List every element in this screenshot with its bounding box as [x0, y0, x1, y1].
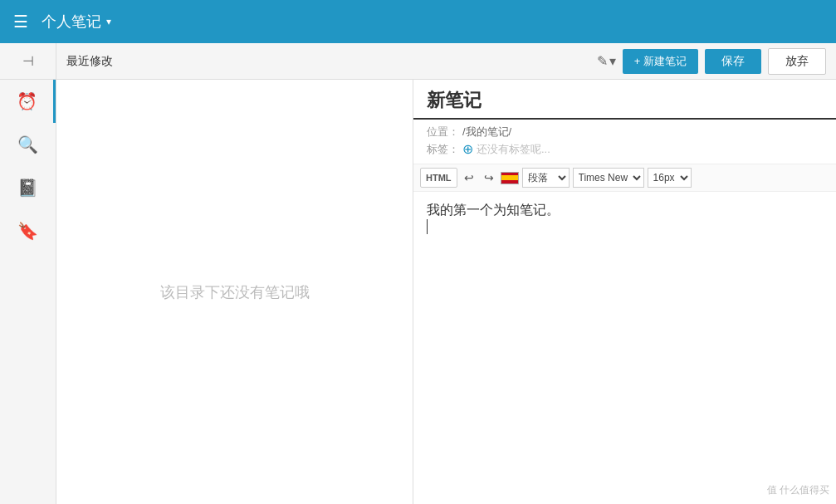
redo-icon: ↪	[484, 171, 494, 184]
font-family-select[interactable]: Times New Arial Courier	[573, 168, 644, 188]
edit-sort-btn[interactable]: ✎ ▾	[597, 53, 616, 69]
add-tag-btn[interactable]: ⊕	[462, 141, 473, 157]
editor-toolbar: HTML ↩ ↪ 段落 标题1 标题2	[413, 164, 836, 192]
note-meta: 位置： /我的笔记/ 标签： ⊕ 还没有标签呢...	[413, 120, 836, 164]
pin-icon: ⊣	[22, 53, 34, 69]
header-title-text: 个人笔记	[42, 12, 101, 32]
clock-icon: ⏰	[17, 91, 37, 111]
empty-notes-message: 该目录下还没有笔记哦	[160, 282, 310, 302]
notes-list-panel: 该目录下还没有笔记哦	[56, 80, 413, 504]
sidebar-item-bookmark[interactable]: 🔖	[0, 209, 56, 252]
search-icon: 🔍	[17, 135, 38, 154]
new-note-button[interactable]: + 新建笔记	[623, 49, 698, 74]
sidebar: ⊣ ⏰ 🔍 📓 🔖	[0, 43, 56, 504]
sidebar-item-notebook[interactable]: 📓	[0, 166, 56, 209]
top-bar-label: 最近修改	[66, 54, 590, 69]
undo-icon: ↩	[464, 171, 474, 184]
bookmark-icon: 🔖	[17, 221, 38, 241]
tag-label: 标签：	[427, 142, 459, 157]
editor-cursor-line	[427, 219, 823, 235]
edit-dropdown-arrow: ▾	[609, 53, 616, 69]
sidebar-item-search[interactable]: 🔍	[0, 123, 56, 166]
main-layout: ⊣ ⏰ 🔍 📓 🔖 最近修改 ✎ ▾ + 新建笔记 保存 放弃	[0, 43, 836, 504]
header-title-arrow[interactable]: ▾	[106, 16, 111, 27]
tag-placeholder: 还没有标签呢...	[477, 142, 550, 157]
note-title-input[interactable]	[427, 90, 823, 111]
content-area: 最近修改 ✎ ▾ + 新建笔记 保存 放弃 该目录下还没有笔记哦	[56, 43, 836, 504]
location-label: 位置：	[427, 125, 459, 139]
editor-content[interactable]: 我的第一个为知笔记。	[413, 192, 836, 504]
notebook-icon: 📓	[17, 178, 38, 198]
location-path: /我的笔记/	[462, 125, 511, 139]
note-editor-panel: 位置： /我的笔记/ 标签： ⊕ 还没有标签呢... HTML ↩	[413, 80, 836, 504]
paragraph-style-select[interactable]: 段落 标题1 标题2 标题3	[522, 168, 570, 188]
redo-btn[interactable]: ↪	[481, 168, 497, 188]
discard-button[interactable]: 放弃	[768, 48, 826, 75]
note-tag-row: 标签： ⊕ 还没有标签呢...	[427, 141, 823, 157]
save-button[interactable]: 保存	[705, 49, 761, 74]
menu-icon[interactable]: ☰	[13, 13, 28, 30]
editor-text-line1: 我的第一个为知笔记。	[427, 202, 823, 219]
top-bar: 最近修改 ✎ ▾ + 新建笔记 保存 放弃	[56, 43, 836, 80]
note-title-bar	[413, 80, 836, 120]
header: ☰ 个人笔记 ▾	[0, 0, 836, 43]
edit-icon: ✎	[597, 53, 608, 69]
sidebar-item-recent[interactable]: ⏰	[0, 80, 56, 123]
text-cursor	[427, 219, 428, 234]
sidebar-pin-btn[interactable]: ⊣	[0, 43, 56, 80]
header-title: 个人笔记 ▾	[42, 12, 111, 32]
html-toggle-btn[interactable]: HTML	[420, 168, 457, 188]
undo-btn[interactable]: ↩	[461, 168, 477, 188]
watermark: 值 什么值得买	[767, 483, 829, 497]
panels: 该目录下还没有笔记哦 位置： /我的笔记/ 标签： ⊕	[56, 80, 836, 504]
font-size-select[interactable]: 16px 12px 14px 18px 24px	[648, 168, 692, 188]
language-flag-btn[interactable]	[501, 172, 519, 184]
note-location-row: 位置： /我的笔记/	[427, 125, 823, 139]
